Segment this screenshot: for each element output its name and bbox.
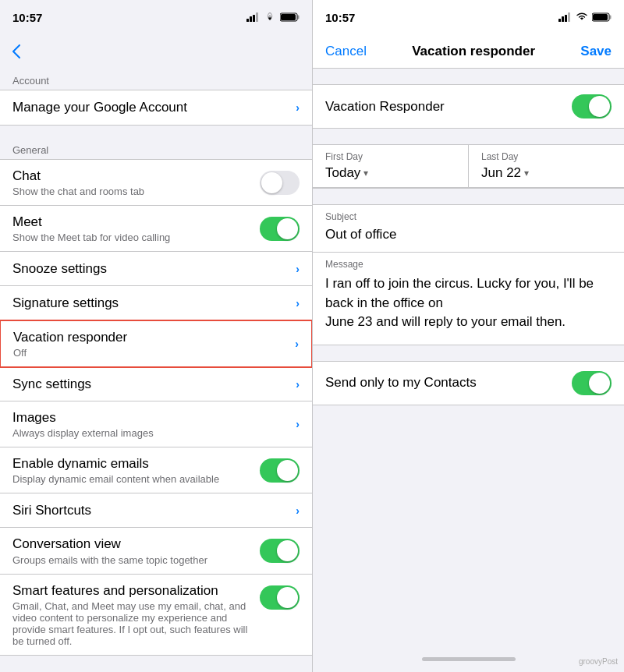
smart-features-title: Smart features and personalization bbox=[12, 582, 260, 599]
signature-settings-item[interactable]: Signature settings › bbox=[0, 286, 312, 320]
date-section: First Day Today ▾ Last Day Jun 22 ▾ bbox=[313, 144, 624, 189]
manage-google-account-item[interactable]: Manage your Google Account › bbox=[0, 90, 312, 125]
sync-settings-item[interactable]: Sync settings › bbox=[0, 367, 312, 401]
last-day-value: Jun 22 bbox=[481, 165, 521, 181]
meet-item[interactable]: Meet Show the Meet tab for video calling bbox=[0, 206, 312, 252]
chat-subtitle: Show the chat and rooms tab bbox=[12, 186, 260, 197]
nav-bar-right: Cancel Vacation responder Save bbox=[313, 34, 624, 69]
signal-icon-left bbox=[246, 12, 260, 22]
wifi-icon-right bbox=[576, 12, 588, 22]
watermark: groovyPost bbox=[579, 657, 618, 666]
smart-features-toggle[interactable] bbox=[260, 585, 300, 610]
account-group: Manage your Google Account › bbox=[0, 90, 312, 126]
left-panel: 10:57 bbox=[0, 0, 312, 672]
first-day-picker[interactable]: Today ▾ bbox=[325, 165, 456, 181]
svg-rect-12 bbox=[610, 16, 612, 19]
chevron-icon: › bbox=[296, 263, 300, 275]
signature-title: Signature settings bbox=[12, 295, 296, 312]
wifi-icon-left bbox=[264, 12, 276, 22]
battery-icon-left bbox=[280, 12, 300, 22]
last-day-chevron-icon: ▾ bbox=[524, 168, 529, 179]
status-icons-right bbox=[558, 12, 612, 22]
vacation-responder-section: Vacation Responder bbox=[313, 84, 624, 129]
last-day-col: Last Day Jun 22 ▾ bbox=[469, 145, 624, 187]
vacation-responder-toggle[interactable] bbox=[572, 94, 612, 118]
section-header-general: General bbox=[0, 138, 312, 159]
svg-rect-0 bbox=[246, 19, 249, 22]
conversation-view-subtitle: Groups emails with the same topic togeth… bbox=[12, 554, 260, 566]
status-bar-right: 10:57 bbox=[313, 0, 624, 34]
chevron-icon: › bbox=[296, 297, 300, 309]
conversation-view-toggle[interactable] bbox=[260, 539, 300, 563]
images-item[interactable]: Images Always display external images › bbox=[0, 401, 312, 447]
first-day-label: First Day bbox=[325, 151, 456, 162]
svg-rect-7 bbox=[558, 19, 561, 22]
send-only-section: Send only to my Contacts bbox=[313, 361, 624, 405]
message-label: Message bbox=[313, 253, 624, 271]
right-panel: 10:57 Cancel Vacation responder Save bbox=[312, 0, 624, 672]
conversation-view-item[interactable]: Conversation view Groups emails with the… bbox=[0, 528, 312, 574]
images-title: Images bbox=[12, 409, 296, 426]
back-button[interactable] bbox=[12, 44, 20, 58]
manage-google-account-title: Manage your Google Account bbox=[12, 99, 296, 116]
vacation-responder-label: Vacation Responder bbox=[325, 99, 572, 115]
snooze-settings-item[interactable]: Snooze settings › bbox=[0, 252, 312, 286]
svg-rect-9 bbox=[565, 15, 567, 22]
send-only-row: Send only to my Contacts bbox=[313, 362, 624, 405]
svg-rect-3 bbox=[256, 12, 258, 22]
status-bar-left: 10:57 bbox=[0, 0, 312, 34]
chevron-icon: › bbox=[296, 378, 300, 391]
chat-toggle[interactable] bbox=[260, 171, 300, 195]
status-icons-left bbox=[246, 12, 300, 22]
home-indicator bbox=[422, 657, 516, 661]
settings-scroll: Account Manage your Google Account › Gen… bbox=[0, 69, 312, 672]
chat-item[interactable]: Chat Show the chat and rooms tab bbox=[0, 160, 312, 206]
cancel-button[interactable]: Cancel bbox=[325, 44, 367, 59]
svg-rect-1 bbox=[250, 16, 252, 22]
dynamic-emails-item[interactable]: Enable dynamic emails Display dynamic em… bbox=[0, 447, 312, 493]
dynamic-emails-subtitle: Display dynamic email content when avail… bbox=[12, 473, 260, 485]
snooze-title: Snooze settings bbox=[12, 260, 296, 278]
svg-rect-10 bbox=[568, 12, 570, 22]
vacation-responder-item[interactable]: Vacation responder Off › bbox=[0, 320, 312, 368]
svg-rect-2 bbox=[253, 15, 255, 22]
message-value[interactable]: I ran off to join the circus. Lucky for … bbox=[313, 271, 624, 345]
svg-rect-5 bbox=[298, 16, 300, 19]
last-day-picker[interactable]: Jun 22 ▾ bbox=[481, 165, 612, 181]
nav-bar-left bbox=[0, 34, 312, 69]
vacation-responder-subtitle: Off bbox=[13, 347, 295, 359]
status-time-right: 10:57 bbox=[325, 11, 355, 24]
chevron-icon: › bbox=[295, 338, 299, 350]
date-row: First Day Today ▾ Last Day Jun 22 ▾ bbox=[313, 145, 624, 188]
last-day-label: Last Day bbox=[481, 151, 612, 162]
vacation-responder-row: Vacation Responder bbox=[313, 85, 624, 128]
home-indicator-bar bbox=[313, 645, 624, 672]
chevron-icon: › bbox=[296, 101, 300, 114]
siri-shortcuts-item[interactable]: Siri Shortcuts › bbox=[0, 493, 312, 528]
svg-rect-13 bbox=[593, 14, 608, 20]
dynamic-emails-toggle[interactable] bbox=[260, 458, 300, 483]
siri-shortcuts-title: Siri Shortcuts bbox=[12, 502, 296, 519]
section-header-account: Account bbox=[0, 69, 312, 90]
general-group: Chat Show the chat and rooms tab Meet Sh… bbox=[0, 159, 312, 656]
svg-rect-6 bbox=[281, 14, 296, 20]
signal-icon-right bbox=[558, 12, 572, 22]
images-subtitle: Always display external images bbox=[12, 427, 296, 439]
smart-features-item[interactable]: Smart features and personalization Gmail… bbox=[0, 575, 312, 655]
subject-value[interactable]: Out of office bbox=[313, 224, 624, 253]
svg-rect-8 bbox=[562, 16, 564, 22]
chat-title: Chat bbox=[12, 168, 260, 185]
status-time-left: 10:57 bbox=[12, 11, 42, 24]
save-button[interactable]: Save bbox=[580, 44, 612, 59]
chevron-icon: › bbox=[296, 418, 300, 430]
sync-title: Sync settings bbox=[12, 376, 296, 393]
first-day-col: First Day Today ▾ bbox=[313, 145, 469, 187]
battery-icon-right bbox=[592, 12, 612, 22]
subject-section: Subject Out of office Message I ran off … bbox=[313, 204, 624, 345]
vacation-responder-title: Vacation responder bbox=[13, 329, 295, 346]
meet-toggle[interactable] bbox=[260, 217, 300, 241]
dynamic-emails-title: Enable dynamic emails bbox=[12, 455, 260, 472]
nav-title: Vacation responder bbox=[367, 44, 580, 59]
send-only-toggle[interactable] bbox=[572, 371, 612, 395]
meet-title: Meet bbox=[12, 214, 260, 231]
